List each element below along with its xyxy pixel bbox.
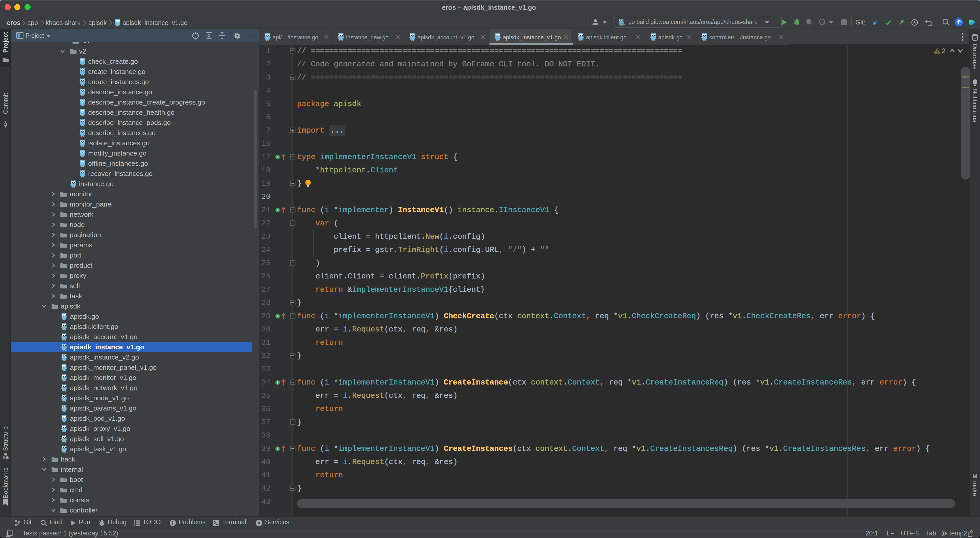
svg-text:I: I <box>277 208 278 212</box>
svg-text:I: I <box>277 154 278 159</box>
svg-text:I: I <box>277 446 278 451</box>
svg-text:I: I <box>277 380 278 384</box>
svg-text:I: I <box>277 314 278 318</box>
